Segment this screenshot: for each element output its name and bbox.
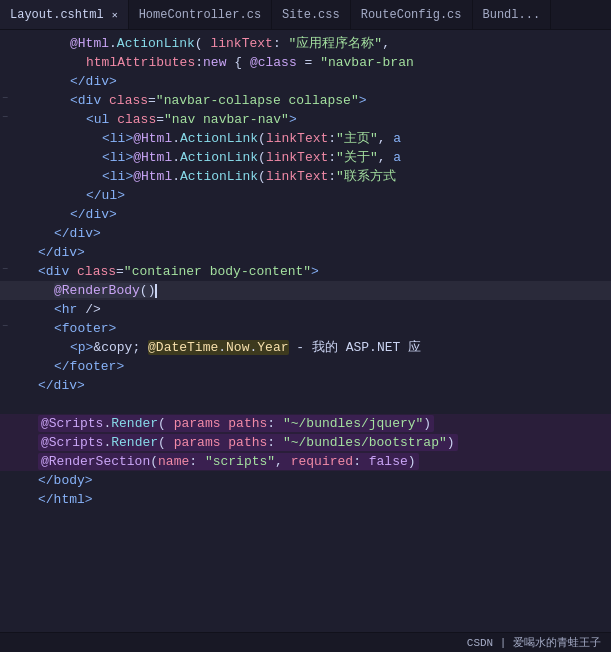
code-line: </body> [0,471,611,490]
tab-sitecss[interactable]: Site.css [272,0,351,29]
code-line-scripts: @RenderSection(name: "scripts", required… [0,452,611,471]
code-line: − <ul class="nav navbar-nav"> [0,110,611,129]
code-line: − <footer> [0,319,611,338]
code-line [0,395,611,414]
line-text: <ul class="nav navbar-nav"> [30,110,611,129]
line-text: </div> [30,72,611,91]
code-line: <p>&copy; @DateTime.Now.Year - 我的 ASP.NE… [0,338,611,357]
tab-bundle[interactable]: Bundl... [473,0,552,29]
code-line-scripts: @Scripts.Render( params paths: "~/bundle… [0,414,611,433]
code-line: </ul> [0,186,611,205]
tab-bar: Layout.cshtml ✕ HomeController.cs Site.c… [0,0,611,30]
line-text: <li>@Html.ActionLink(linkText:"关于", a [30,148,611,167]
code-line: htmlAttributes:new { @class = "navbar-br… [0,53,611,72]
line-text [30,395,611,414]
fold-icon[interactable]: − [2,321,8,332]
code-line-scripts: @Scripts.Render( params paths: "~/bundle… [0,433,611,452]
cursor [155,284,157,298]
code-line: @Html.ActionLink( linkText: "应用程序名称", [0,34,611,53]
line-text: </div> [30,205,611,224]
line-text: <li>@Html.ActionLink(linkText:"主页", a [30,129,611,148]
fold-icon[interactable]: − [2,264,8,275]
status-text: CSDN | 爱喝水的青蛙王子 [467,635,601,650]
line-text: <div class="navbar-collapse collapse"> [30,91,611,110]
code-line: <li>@Html.ActionLink(linkText:"主页", a [0,129,611,148]
tab-routeconfig[interactable]: RouteConfig.cs [351,0,473,29]
tab-label: Bundl... [483,8,541,22]
fold-icon[interactable]: − [2,93,8,104]
code-line: </div> [0,243,611,262]
line-text: htmlAttributes:new { @class = "navbar-br… [30,53,611,72]
line-text: </footer> [30,357,611,376]
code-line: <li>@Html.ActionLink(linkText:"联系方式 [0,167,611,186]
editor-area: @Html.ActionLink( linkText: "应用程序名称", ht… [0,30,611,632]
code-line: </footer> [0,357,611,376]
tab-layout[interactable]: Layout.cshtml ✕ [0,0,129,29]
line-text: </body> [30,471,611,490]
code-line: <li>@Html.ActionLink(linkText:"关于", a [0,148,611,167]
line-text: @RenderSection(name: "scripts", required… [30,452,611,471]
line-text: <div class="container body-content"> [30,262,611,281]
line-text: </html> [30,490,611,509]
line-text: @Scripts.Render( params paths: "~/bundle… [30,414,611,433]
line-text: <p>&copy; @DateTime.Now.Year - 我的 ASP.NE… [30,338,611,357]
line-text: <li>@Html.ActionLink(linkText:"联系方式 [30,167,611,186]
code-line: </html> [0,490,611,509]
tab-close-icon[interactable]: ✕ [112,9,118,21]
line-text: </div> [30,243,611,262]
line-text: @Html.ActionLink( linkText: "应用程序名称", [30,34,611,53]
code-line: − <div class="navbar-collapse collapse"> [0,91,611,110]
line-text: </ul> [30,186,611,205]
code-line: </div> [0,376,611,395]
code-line-active: @RenderBody() [0,281,611,300]
line-text: @RenderBody() [30,281,611,300]
tab-homecontroller[interactable]: HomeController.cs [129,0,272,29]
fold-icon[interactable]: − [2,112,8,123]
code-line: </div> [0,224,611,243]
tab-label: HomeController.cs [139,8,261,22]
code-line: − <div class="container body-content"> [0,262,611,281]
status-bar: CSDN | 爱喝水的青蛙王子 [0,632,611,652]
tab-label: Site.css [282,8,340,22]
tab-label: Layout.cshtml [10,8,104,22]
code-line: <hr /> [0,300,611,319]
line-text: @Scripts.Render( params paths: "~/bundle… [30,433,611,452]
line-text: <footer> [30,319,611,338]
line-text: </div> [30,224,611,243]
code-line: </div> [0,205,611,224]
line-text: <hr /> [30,300,611,319]
tab-label: RouteConfig.cs [361,8,462,22]
code-line: </div> [0,72,611,91]
line-text: </div> [30,376,611,395]
